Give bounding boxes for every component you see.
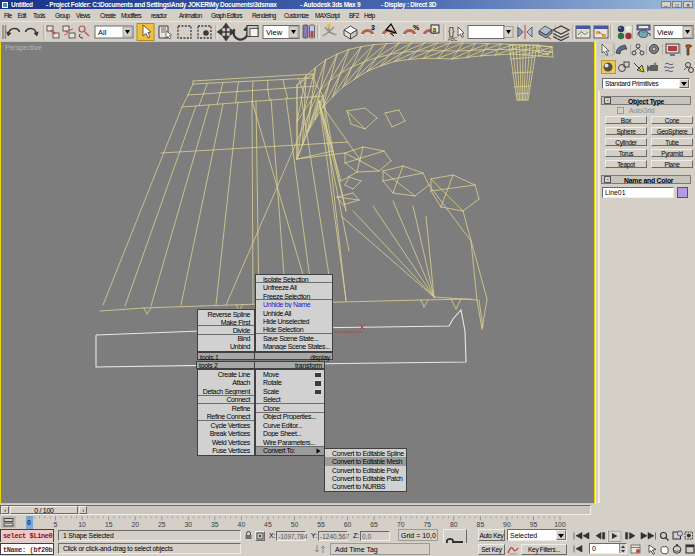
svg-text:80: 80 bbox=[450, 521, 458, 528]
svg-text:30: 30 bbox=[185, 521, 193, 528]
svg-text:60: 60 bbox=[344, 521, 352, 528]
svg-text:45: 45 bbox=[264, 521, 272, 528]
svg-text:20: 20 bbox=[131, 521, 139, 528]
svg-text:50: 50 bbox=[291, 521, 299, 528]
svg-text:a: a bbox=[433, 26, 437, 33]
svg-text:65: 65 bbox=[370, 521, 378, 528]
svg-text:10: 10 bbox=[78, 521, 86, 528]
svg-text:%: % bbox=[413, 24, 420, 31]
svg-text:85: 85 bbox=[477, 521, 485, 528]
svg-text:View: View bbox=[657, 28, 674, 37]
svg-text:All: All bbox=[98, 28, 107, 37]
svg-text:40: 40 bbox=[238, 521, 246, 528]
svg-text:15: 15 bbox=[105, 521, 113, 528]
svg-text:35: 35 bbox=[211, 521, 219, 528]
svg-text:75: 75 bbox=[423, 521, 431, 528]
svg-text:5: 5 bbox=[54, 521, 58, 528]
svg-text:90: 90 bbox=[503, 521, 511, 528]
svg-text:25: 25 bbox=[158, 521, 166, 528]
svg-text:3: 3 bbox=[371, 24, 375, 31]
svg-text:{}: {} bbox=[448, 26, 455, 37]
svg-text:100: 100 bbox=[554, 521, 566, 528]
svg-text:View: View bbox=[266, 28, 283, 37]
svg-text:70: 70 bbox=[397, 521, 405, 528]
svg-text:55: 55 bbox=[317, 521, 325, 528]
svg-text:95: 95 bbox=[530, 521, 538, 528]
